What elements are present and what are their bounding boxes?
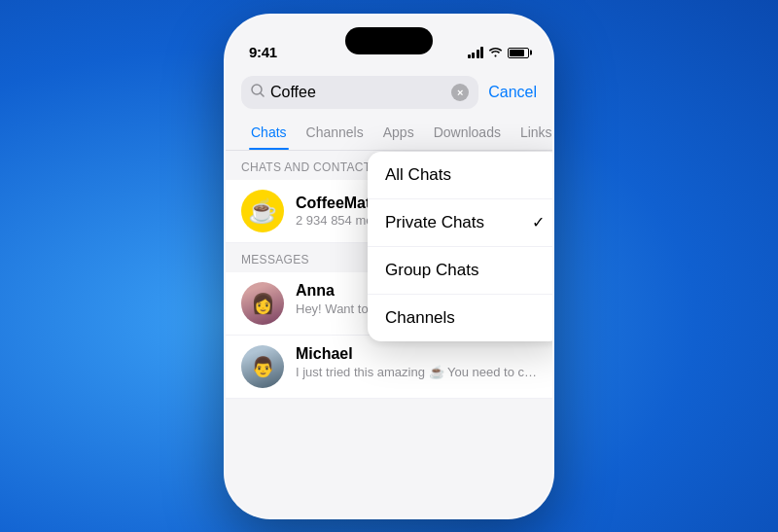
avatar-coffeemate: ☕ xyxy=(241,190,284,232)
msg-info-michael: Michael I just tried this amazing ☕ You … xyxy=(296,345,537,379)
dropdown-menu: All Chats Private Chats ✓ Group Chats Ch… xyxy=(368,152,554,341)
search-icon xyxy=(251,84,265,100)
tab-apps[interactable]: Apps xyxy=(373,117,424,150)
dynamic-island xyxy=(345,27,433,54)
tab-channels[interactable]: Channels xyxy=(297,117,373,150)
avatar-michael: 👨 xyxy=(241,345,284,388)
avatar-anna: 👩 xyxy=(241,282,284,325)
search-bar-row: Coffee × Cancel xyxy=(226,66,552,117)
msg-name-michael: Michael xyxy=(296,345,537,363)
status-time: 9:41 xyxy=(249,44,277,60)
dropdown-item-group-chats[interactable]: Group Chats xyxy=(368,247,554,295)
wifi-icon xyxy=(488,46,503,60)
search-clear-button[interactable]: × xyxy=(451,84,469,101)
battery-icon xyxy=(508,48,529,58)
svg-line-1 xyxy=(261,93,264,96)
tabs-row: Chats Channels Apps Downloads Links xyxy=(226,117,552,151)
dropdown-item-channels[interactable]: Channels xyxy=(368,295,554,341)
search-query: Coffee xyxy=(270,84,445,101)
tab-downloads[interactable]: Downloads xyxy=(424,117,511,150)
status-icons xyxy=(468,46,530,60)
tab-links[interactable]: Links xyxy=(511,117,552,150)
message-row-michael[interactable]: 👨 Michael I just tried this amazing ☕ Yo… xyxy=(226,336,552,399)
phone-wrapper: 9:41 xyxy=(224,14,554,519)
signal-icon xyxy=(468,47,484,58)
search-input-container[interactable]: Coffee × xyxy=(241,76,478,109)
cancel-button[interactable]: Cancel xyxy=(488,84,537,101)
checkmark-icon: ✓ xyxy=(532,213,545,231)
msg-preview-michael: I just tried this amazing ☕ You need to … xyxy=(296,365,537,379)
dropdown-item-private-chats[interactable]: Private Chats ✓ xyxy=(368,199,554,247)
tab-chats[interactable]: Chats xyxy=(241,117,297,150)
dropdown-item-all-chats[interactable]: All Chats xyxy=(368,152,554,199)
phone-frame: 9:41 xyxy=(224,14,554,519)
